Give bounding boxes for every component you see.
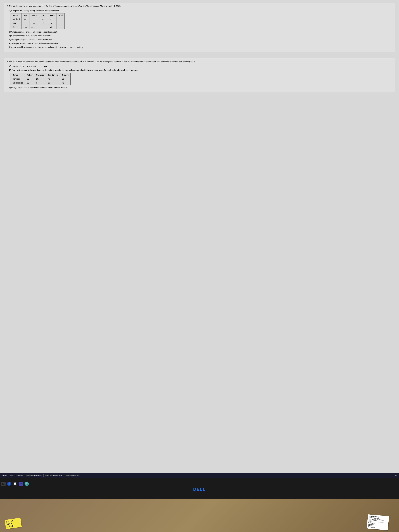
- question-2-block: 2. The contingency table below summarize…: [4, 3, 395, 52]
- f7-key: F7: [50, 475, 52, 476]
- cell: 104: [30, 21, 40, 25]
- cell: 27: [48, 17, 57, 21]
- f8-key: F8: [70, 475, 73, 476]
- taskbar-new-task[interactable]: Shift F8 New Task: [65, 474, 80, 477]
- desk-area: n 20 x3 58-69 (25-42) COHEN & SIEGE WORK…: [0, 499, 399, 532]
- cell: 35: [40, 21, 48, 25]
- homicide-table: Status Police Cashiers Taxi Drivers Guar…: [11, 73, 71, 85]
- col-taxi: Taxi Drivers: [46, 73, 60, 77]
- dell-logo: DELL: [193, 487, 206, 492]
- taskbar-right-text: Ma: [395, 475, 398, 476]
- col-total: Total: [57, 13, 64, 17]
- shift-key2: Shift: [66, 475, 70, 476]
- taskbar-quick-balance[interactable]: F11 Quick Balance: [10, 474, 24, 477]
- cell: 92: [25, 81, 34, 85]
- eligibility-label: Eligibility: [2, 475, 7, 476]
- search-icon[interactable]: 🔍: [25, 481, 29, 486]
- table-row: Died 104 35 18: [11, 21, 64, 25]
- question-2-part-c: c) What percentage of the men on board s…: [9, 34, 393, 37]
- cell: 107: [34, 77, 46, 81]
- cell: 332: [22, 17, 30, 21]
- question-2-part-f: f) Are the variables gender and survival…: [9, 46, 393, 49]
- quick-balance-label: Quick Balance: [14, 475, 23, 476]
- ctrl-key: CTRL: [45, 475, 49, 476]
- shift-key: Shift: [26, 475, 30, 476]
- view-statements-label: View Statements: [52, 475, 63, 476]
- question-2-part-d: d) What percentage of the women on board…: [9, 38, 393, 41]
- payment-plan-label: Payment Plan: [33, 475, 42, 476]
- question-3-ha: Ha:: [44, 65, 47, 68]
- cell: 45: [48, 25, 57, 29]
- cell: 29: [46, 81, 60, 85]
- taskbar-view-statements[interactable]: CTRL F7 View Statements: [44, 474, 64, 477]
- cell: 422: [30, 25, 40, 29]
- question-2-part-e: e) What percentage of women on board who…: [9, 42, 393, 45]
- question-3-title: 3. The table below summarizes data about…: [6, 60, 393, 63]
- question-3-part-b: b) Find the Expected Value matrix using …: [9, 69, 393, 72]
- f11-key: F11: [10, 475, 14, 476]
- sticky-note-1: n 20 x3 58-69 (25-42): [5, 518, 22, 529]
- spacer: [4, 53, 395, 58]
- table-row: Homicide 82 107 70 59: [11, 77, 71, 81]
- divider: [43, 474, 44, 477]
- question-3-block: 3. The table below summarizes data about…: [4, 58, 395, 92]
- divider: [65, 474, 65, 477]
- col-cashiers: Cashiers: [34, 73, 46, 77]
- col-girls: Girls: [48, 13, 57, 17]
- cell: [40, 25, 48, 29]
- table-row: Total 1692 422 45: [11, 25, 64, 29]
- shield-icon[interactable]: 🛡: [19, 481, 23, 486]
- cell: 18: [48, 21, 57, 25]
- cell: 82: [25, 77, 34, 81]
- folder-icon[interactable]: 🗁: [1, 481, 6, 486]
- cell: 59: [60, 77, 70, 81]
- taskbar: Eligibility F11 Quick Balance Shift F5 P…: [0, 473, 399, 478]
- cell: [57, 17, 64, 21]
- cell: No Homicide: [11, 81, 25, 85]
- cell: 42: [60, 81, 70, 85]
- col-guards: Guards: [60, 73, 70, 77]
- col-boys: Boys: [40, 13, 48, 17]
- new-task-label: New Task: [73, 475, 79, 476]
- cell: 9: [34, 81, 46, 85]
- cell: [30, 17, 40, 21]
- question-2-part-b: b) What percentage of those who were on …: [9, 31, 393, 33]
- cell: Total: [11, 25, 22, 29]
- business-card: COHEN & SIEGE WORKERS COMP 11 MAMARONECK…: [367, 514, 389, 530]
- document-area: 2. The contingency table below summarize…: [0, 0, 399, 473]
- taskbar-eligibility[interactable]: Eligibility: [1, 474, 8, 477]
- monitor-base: 🗁 👤 🕐 🛡 🔍 DELL: [0, 478, 399, 499]
- cell: Died: [11, 21, 22, 25]
- col-status: Status: [11, 13, 22, 17]
- table-row: No Homicide 92 9 29 42: [11, 81, 71, 85]
- cell: [22, 21, 30, 25]
- cell: Survived: [11, 17, 22, 21]
- question-3-part-a: a) Identify the hypotheses: Ho:: [9, 65, 36, 68]
- col-police: Police: [25, 73, 34, 77]
- cell: 1692: [22, 25, 30, 29]
- col-men: Men: [22, 13, 30, 17]
- cell: 29: [40, 17, 48, 21]
- clock-icon[interactable]: 🕐: [13, 481, 17, 486]
- cell: Homicide: [11, 77, 25, 81]
- question-2-title: 2. The contingency table below summarize…: [6, 5, 393, 8]
- question-3-part-c: c) Use your calculator to find the test …: [9, 86, 393, 89]
- titanic-table: Status Men Women Boys Girls Total Surviv…: [11, 13, 64, 29]
- col-status: Status: [11, 73, 25, 77]
- question-2-part-a: a) Complete the table by finding all of …: [9, 9, 393, 12]
- col-women: Women: [30, 13, 40, 17]
- f5-key: F5: [30, 475, 33, 476]
- cell: [57, 21, 64, 25]
- table-row: Survived 332 29 27: [11, 17, 64, 21]
- taskbar-payment-plan[interactable]: Shift F5 Payment Plan: [25, 474, 43, 477]
- cell: [57, 25, 64, 29]
- cell: 70: [46, 77, 60, 81]
- user-icon[interactable]: 👤: [7, 481, 11, 486]
